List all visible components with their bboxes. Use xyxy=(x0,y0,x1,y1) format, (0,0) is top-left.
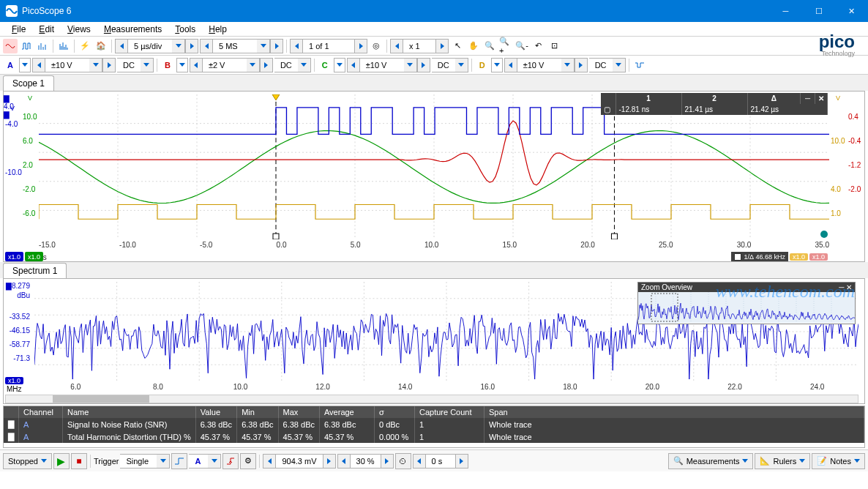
minimize-button[interactable]: ─ xyxy=(769,0,802,22)
stop-button[interactable]: ■ xyxy=(71,453,87,469)
ch-d-dropdown[interactable] xyxy=(491,58,503,72)
channel-a-label[interactable]: A xyxy=(3,58,18,72)
measurements-button[interactable]: 🔍Measurements xyxy=(668,453,754,469)
ch-a-dropdown[interactable] xyxy=(19,58,31,72)
scale-badges: x1.0 x1.0 xyxy=(5,252,43,261)
ch-b-range[interactable]: ±2 V xyxy=(190,58,273,72)
spectrum-scrollbar[interactable] xyxy=(5,395,858,403)
ch-c-coupling[interactable]: DC xyxy=(432,58,468,72)
rising-edge-icon[interactable] xyxy=(222,453,239,469)
window-title: PicoScope 6 xyxy=(22,6,769,16)
posttrigger[interactable]: 0 s xyxy=(413,454,468,469)
scope-tabs: Scope 1 xyxy=(0,75,868,91)
zoom-value[interactable]: x 1 xyxy=(403,39,435,53)
persistence-mode-icon[interactable] xyxy=(19,39,34,53)
trigger-edge-icon[interactable] xyxy=(171,453,187,469)
menu-help[interactable]: Help xyxy=(203,23,233,36)
ch-a-range[interactable]: ±10 V xyxy=(32,58,116,72)
pointer-icon[interactable]: ↖ xyxy=(450,39,465,53)
statusbar: Stopped ▶ ■ Trigger Single A ⚙ 904.3 mV … xyxy=(0,449,868,471)
samples-value[interactable]: 5 MS xyxy=(213,39,257,53)
pretrigger[interactable]: 30 % xyxy=(337,454,394,469)
ch-c-dropdown[interactable] xyxy=(334,58,345,72)
samples-dropdown[interactable] xyxy=(257,39,270,53)
spectrum-xaxis: 6.08.010.012.014.016.018.020.022.024.0 xyxy=(34,383,858,393)
menu-measurements[interactable]: Measurements xyxy=(98,23,168,36)
zoom-min-icon[interactable]: ─ xyxy=(839,283,844,291)
samples-inc[interactable] xyxy=(270,39,283,53)
trigger-level[interactable]: 904.3 mV xyxy=(263,454,335,469)
ch-b-coupling[interactable]: DC xyxy=(274,58,311,72)
zoom-out-icon[interactable]: 🔍- xyxy=(515,39,529,53)
trigger-mode[interactable]: Single xyxy=(120,454,170,469)
scope-mode-icon[interactable] xyxy=(3,39,18,53)
undo-zoom-icon[interactable]: ↶ xyxy=(531,39,545,53)
zoom-inc[interactable] xyxy=(435,39,449,53)
trigger-channel[interactable]: A xyxy=(189,454,221,469)
notes-button[interactable]: 📝Notes xyxy=(812,453,865,469)
channel-c-label[interactable]: C xyxy=(318,58,332,72)
timebase-spinner[interactable]: 5 µs/div xyxy=(115,39,198,53)
ruler-table[interactable]: 12Δ─✕ ▢-12.81 ns21.41 µs21.42 µs xyxy=(601,93,828,115)
timebase-dropdown[interactable] xyxy=(172,39,185,53)
yaxis-a: ▇ 4.0 ▇ V -4.0 -10.0 xyxy=(4,94,21,239)
svg-rect-34 xyxy=(638,292,855,323)
svg-point-19 xyxy=(820,231,828,238)
zoom-spinner[interactable]: x 1 xyxy=(390,39,449,53)
zoom-overview[interactable]: Zoom Overview─ ✕ xyxy=(637,282,856,324)
yaxis-d: V 10.0 4.0 1.0 xyxy=(829,94,847,239)
page-spinner[interactable]: 1 of 1 xyxy=(290,39,367,53)
siggen-icon[interactable]: ⚡ xyxy=(78,39,92,53)
channel-b-label[interactable]: B xyxy=(160,58,175,72)
ch-b-dropdown[interactable] xyxy=(176,58,188,72)
page-value: 1 of 1 xyxy=(303,39,354,53)
scope-canvas[interactable] xyxy=(39,94,829,239)
zoom-close-icon[interactable]: ✕ xyxy=(846,283,852,291)
page-prev[interactable] xyxy=(290,39,303,53)
zoom-overview-title: Zoom Overview xyxy=(641,283,692,291)
samples-dec[interactable] xyxy=(200,39,213,53)
digital-channels-icon[interactable] xyxy=(632,58,647,72)
ch-d-coupling[interactable]: DC xyxy=(589,58,626,72)
menu-views[interactable]: Views xyxy=(61,23,97,36)
hand-icon[interactable]: ✋ xyxy=(466,39,481,53)
zoom-select-icon[interactable]: 🔍 xyxy=(482,39,497,53)
spectrum-area: ▇8.279 dBu -33.52 -46.15 -58.77 -71.3 6.… xyxy=(3,278,865,404)
zoom-in-icon[interactable]: 🔍+ xyxy=(498,39,513,53)
app-icon xyxy=(6,5,18,17)
svg-rect-16 xyxy=(273,234,279,239)
spectrum2-icon[interactable] xyxy=(56,39,71,53)
ch-d-range[interactable]: ±10 V xyxy=(504,58,588,72)
tab-spectrum1[interactable]: Spectrum 1 xyxy=(3,263,67,278)
channel-d-label[interactable]: D xyxy=(475,58,490,72)
start-button[interactable]: ▶ xyxy=(53,453,70,469)
svg-marker-18 xyxy=(272,94,280,100)
tab-scope1[interactable]: Scope 1 xyxy=(3,75,54,91)
menu-file[interactable]: File xyxy=(6,23,31,36)
samples-spinner[interactable]: 5 MS xyxy=(200,39,283,53)
yaxis-b: 0.4 -0.4 -1.2 -2.0 xyxy=(847,94,864,239)
zoom-dec[interactable] xyxy=(390,39,403,53)
menu-tools[interactable]: Tools xyxy=(169,23,201,36)
table-row[interactable]: ▇ASignal to Noise Ratio (SNR)6.38 dBc6.3… xyxy=(4,418,864,430)
trigger-advanced-icon[interactable]: ⚙ xyxy=(240,453,256,469)
ch-a-coupling[interactable]: DC xyxy=(117,58,154,72)
measurements-table[interactable]: Channel Name Value Min Max Average σ Cap… xyxy=(3,406,865,448)
spectrum-mode-icon[interactable] xyxy=(35,39,50,53)
menu-edit[interactable]: Edit xyxy=(33,23,60,36)
ch-c-range[interactable]: ±10 V xyxy=(347,58,430,72)
table-row[interactable]: ▇ATotal Harmonic Distortion (THD) %45.37… xyxy=(4,430,864,443)
maximize-button[interactable]: ☐ xyxy=(802,0,835,22)
rulers-button[interactable]: 📐Rulers xyxy=(755,453,810,469)
home-icon[interactable]: 🏠 xyxy=(94,39,108,53)
close-button[interactable]: ✕ xyxy=(835,0,868,22)
page-next[interactable] xyxy=(354,39,367,53)
fit-icon[interactable]: ⊡ xyxy=(547,39,561,53)
timebase-dec[interactable] xyxy=(115,39,128,53)
spectrum-yaxis: ▇8.279 dBu -33.52 -46.15 -58.77 -71.3 xyxy=(4,282,33,381)
time-icon[interactable]: ⏲ xyxy=(395,453,411,469)
locate-icon[interactable]: ◎ xyxy=(369,39,384,53)
menubar: File Edit Views Measurements Tools Help xyxy=(0,22,868,37)
timebase-value[interactable]: 5 µs/div xyxy=(128,39,172,53)
timebase-inc[interactable] xyxy=(185,39,198,53)
